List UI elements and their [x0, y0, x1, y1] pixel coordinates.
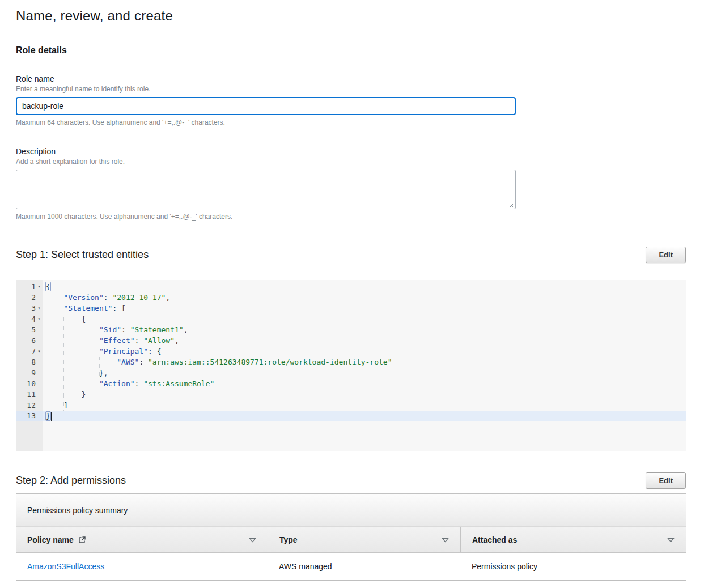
gutter-line: 8 — [16, 357, 43, 367]
gutter-line: 10 — [16, 378, 43, 389]
code-line[interactable]: } — [43, 389, 686, 400]
column-header-attached-as[interactable]: Attached as — [460, 527, 686, 552]
code-token: } — [46, 390, 86, 399]
step2-edit-button[interactable]: Edit — [646, 472, 686, 489]
code-line[interactable]: } — [43, 411, 686, 421]
table-row: AmazonS3FullAccessAWS managedPermissions… — [16, 553, 686, 581]
code-line[interactable]: "Statement": [ — [43, 303, 686, 314]
code-token — [46, 379, 99, 388]
code-token: , — [166, 293, 170, 302]
code-token: : — [135, 379, 144, 388]
description-help: Add a short explanation for this role. — [16, 158, 686, 166]
code-token: "Version" — [63, 293, 103, 302]
description-constraint: Maximum 1000 characters. Use alphanumeri… — [16, 213, 686, 221]
gutter-line: 12 — [16, 400, 43, 411]
step1-edit-button[interactable]: Edit — [646, 247, 686, 263]
code-token: "Effect" — [99, 336, 135, 345]
code-token: : — [139, 358, 148, 366]
code-token: "arn:aws:iam::541263489771:role/workload… — [148, 358, 392, 366]
code-token: "Principal" — [99, 347, 148, 356]
divider — [16, 64, 686, 64]
permissions-panel: Permissions policy summary Policy name T… — [16, 493, 686, 581]
code-token — [46, 293, 63, 302]
column-label: Policy name — [27, 535, 74, 544]
code-token: "2012-10-17" — [112, 293, 166, 302]
permissions-table-header: Policy name Type — [16, 527, 686, 553]
code-token: "Action" — [99, 379, 135, 388]
code-line[interactable]: "Sid": "Statement1", — [43, 324, 686, 335]
code-line[interactable]: "Action": "sts:AssumeRole" — [43, 378, 686, 389]
step1-header-row: Step 1: Select trusted entities Edit — [16, 247, 686, 263]
external-link-icon — [78, 536, 86, 544]
brace-match: } — [45, 411, 51, 421]
gutter-line: 3▾ — [16, 303, 43, 314]
role-name-input[interactable]: backup-role — [16, 97, 516, 115]
indent-guide — [82, 324, 82, 400]
filter-triangle-icon[interactable] — [667, 535, 675, 544]
step2-heading: Step 2: Add permissions — [16, 475, 126, 487]
role-name-value: backup-role — [22, 101, 63, 111]
role-name-constraint: Maximum 64 characters. Use alphanumeric … — [16, 119, 686, 126]
code-token: "Allow" — [143, 336, 175, 345]
code-token — [46, 347, 99, 356]
code-line[interactable]: "Effect": "Allow", — [43, 335, 686, 346]
editor-code[interactable]: { "Version": "2012-10-17", "Statement": … — [43, 280, 686, 451]
fold-arrow-icon[interactable]: ▾ — [36, 346, 43, 357]
filter-triangle-icon[interactable] — [249, 535, 256, 544]
code-token: "AWS" — [117, 358, 139, 366]
code-token — [46, 304, 63, 312]
role-name-help: Enter a meaningful name to identify this… — [16, 85, 686, 93]
code-token: : { — [148, 347, 161, 356]
code-token — [46, 325, 99, 334]
gutter-line: 13 — [16, 411, 43, 421]
brace-match: { — [45, 282, 51, 291]
role-details-heading: Role details — [16, 45, 686, 56]
code-token: ] — [46, 401, 68, 409]
code-line[interactable]: }, — [43, 367, 686, 378]
code-token: "sts:AssumeRole" — [143, 379, 214, 388]
column-header-type[interactable]: Type — [268, 527, 460, 552]
description-textarea[interactable] — [16, 170, 516, 209]
code-line[interactable]: ] — [43, 400, 686, 411]
gutter-line: 1▾ — [16, 281, 43, 292]
policy-editor[interactable]: 1▾23▾4▾567▾8910111213 { "Version": "2012… — [16, 280, 686, 451]
column-header-policy-name[interactable]: Policy name — [16, 527, 268, 552]
code-line[interactable]: "Version": "2012-10-17", — [43, 292, 686, 303]
code-token: : [ — [112, 304, 125, 312]
code-token: , — [175, 336, 179, 345]
code-token: { — [46, 315, 86, 323]
policy-type-cell: AWS managed — [268, 562, 460, 571]
code-line[interactable]: "Principal": { — [43, 346, 686, 357]
page: Name, review, and create Role details Ro… — [0, 0, 704, 581]
gutter-line: 5 — [16, 324, 43, 335]
fold-arrow-icon[interactable]: ▾ — [36, 314, 43, 324]
code-token: : — [104, 293, 113, 302]
column-label: Type — [279, 535, 298, 544]
indent-guide — [99, 357, 100, 378]
code-token: "Statement" — [63, 304, 112, 312]
column-label: Attached as — [472, 535, 517, 544]
filter-triangle-icon[interactable] — [442, 535, 449, 544]
code-token: "Statement1" — [130, 325, 184, 334]
gutter-line: 2 — [16, 292, 43, 303]
gutter-line: 4▾ — [16, 314, 43, 324]
code-token — [46, 336, 99, 345]
role-name-label: Role name — [16, 74, 686, 83]
indent-guide — [63, 314, 64, 411]
code-line[interactable]: { — [43, 314, 686, 324]
code-line[interactable]: { — [43, 281, 686, 292]
editor-gutter: 1▾23▾4▾567▾8910111213 — [16, 280, 43, 451]
description-field: Description Add a short explanation for … — [16, 147, 686, 221]
fold-arrow-icon[interactable]: ▾ — [36, 281, 43, 292]
editor-caret — [51, 412, 52, 421]
fold-arrow-icon[interactable]: ▾ — [36, 303, 43, 314]
code-token: , — [184, 325, 188, 334]
gutter-line: 11 — [16, 389, 43, 400]
code-line[interactable]: "AWS": "arn:aws:iam::541263489771:role/w… — [43, 357, 686, 367]
code-token: : — [121, 325, 130, 334]
gutter-line: 7▾ — [16, 346, 43, 357]
policy-name-link[interactable]: AmazonS3FullAccess — [27, 562, 104, 571]
permissions-table-body: AmazonS3FullAccessAWS managedPermissions… — [16, 553, 686, 581]
gutter-line: 9 — [16, 367, 43, 378]
step2-header-row: Step 2: Add permissions Edit — [16, 472, 686, 489]
